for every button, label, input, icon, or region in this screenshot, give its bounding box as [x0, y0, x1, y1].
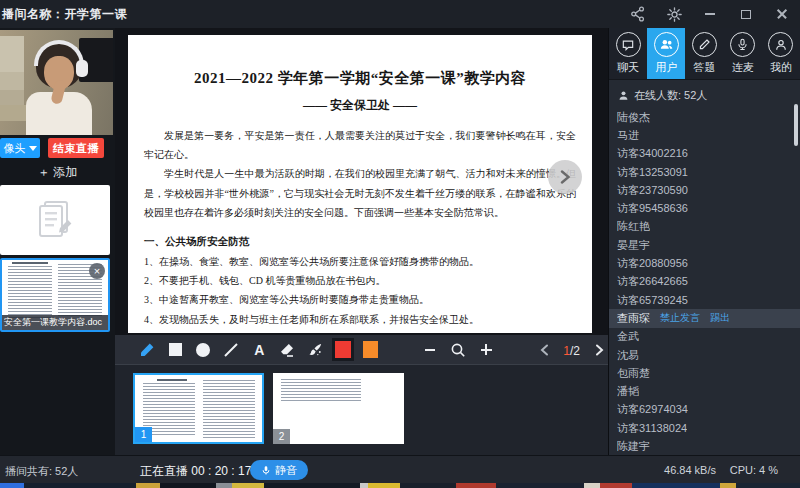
- page-thumbnails-strip: 1 2: [115, 364, 608, 455]
- tab-label: 聊天: [617, 60, 639, 75]
- next-page-arrow-button[interactable]: [548, 160, 582, 194]
- close-button[interactable]: [774, 6, 790, 22]
- tab-mine[interactable]: 我的: [762, 28, 800, 79]
- user-name: 访客26642665: [617, 274, 688, 289]
- user-name: 访客62974034: [617, 402, 688, 417]
- webcam-video: [0, 30, 113, 135]
- tab-label: 答题: [694, 60, 716, 75]
- pen-tool-button[interactable]: [139, 341, 155, 359]
- user-list-item[interactable]: 访客23730590: [609, 181, 800, 199]
- user-list-item[interactable]: 金武: [609, 328, 800, 346]
- user-list-item[interactable]: 陈建宇: [609, 437, 800, 455]
- whiteboard-thumbnail[interactable]: [0, 185, 110, 255]
- line-tool-button[interactable]: [223, 341, 239, 359]
- document-page: 2021—2022 学年第一学期“安全第一课”教学内容 —— 安全保卫处 —— …: [128, 35, 592, 333]
- status-bar: 播间共有: 52人 正在直播 00 : 20 : 17 静音 46.84 kB/…: [0, 455, 800, 483]
- tab-quiz[interactable]: 答题: [685, 28, 723, 79]
- page-total: /2: [570, 344, 580, 358]
- document-section-heading: 一、公共场所安全防范: [144, 232, 576, 252]
- os-taskbar-sliver: [0, 483, 800, 488]
- text-tool-button[interactable]: A: [251, 341, 267, 359]
- user-name: 陈建宇: [617, 439, 650, 454]
- page-current: 1: [563, 344, 570, 358]
- user-name: 陆俊杰: [617, 110, 650, 125]
- mute-user-link[interactable]: 禁止发言: [660, 311, 700, 325]
- user-list-item[interactable]: 查雨琛禁止发言踢出: [609, 309, 800, 327]
- user-list-scrollbar[interactable]: [794, 104, 798, 146]
- live-stream-app-window: 播间名称：开学第一课: [0, 0, 800, 488]
- left-panel: 像头 结束直播 ＋ 添加 × 安全第一课教学内容.doc: [0, 28, 115, 455]
- document-thumbnail[interactable]: × 安全第一课教学内容.doc: [0, 258, 110, 332]
- document-subtitle: —— 安全保卫处 ——: [144, 97, 576, 114]
- kick-user-link[interactable]: 踢出: [710, 311, 730, 325]
- document-list-item: 4、发现物品丢失，及时与班主任老师和所在系部联系，并报告安全保卫处。: [144, 310, 576, 329]
- zoom-in-button[interactable]: [478, 341, 494, 359]
- user-list-item[interactable]: 访客26642665: [609, 273, 800, 291]
- online-count-row: 在线人数: 52人: [609, 82, 800, 108]
- close-document-icon[interactable]: ×: [89, 263, 105, 279]
- camera-button[interactable]: 像头: [0, 138, 40, 158]
- user-list-item[interactable]: 访客62974034: [609, 401, 800, 419]
- cpu-usage-label: CPU: 4 %: [730, 464, 778, 476]
- person-icon: [618, 90, 629, 101]
- user-list-item[interactable]: 访客31138024: [609, 419, 800, 437]
- user-list-item[interactable]: 访客34002216: [609, 145, 800, 163]
- end-live-button[interactable]: 结束直播: [48, 138, 104, 158]
- tab-label: 连麦: [732, 60, 754, 75]
- tab-users[interactable]: 用户: [647, 28, 685, 79]
- user-list-item[interactable]: 访客13253091: [609, 163, 800, 181]
- annotation-toolbar: A: [115, 335, 608, 364]
- thumbnail-text-lines: [203, 380, 255, 438]
- document-list-item: 3、中途暂离开教室、阅览室等公共场所时要随身带走贵重物品。: [144, 290, 576, 309]
- user-list-item[interactable]: 访客65739245: [609, 291, 800, 309]
- thumbnail-text-lines: [8, 266, 52, 320]
- users-icon: [654, 32, 679, 57]
- microphone-icon: [730, 32, 755, 57]
- thumbnail-text-lines: [12, 262, 48, 264]
- next-page-button[interactable]: [590, 341, 608, 359]
- user-name: 金武: [617, 329, 639, 344]
- page-thumbnail-2[interactable]: 2: [273, 373, 404, 444]
- live-timer-label: 正在直播 00 : 20 : 17: [140, 463, 251, 480]
- thumbnail-text-lines: [281, 379, 361, 401]
- user-name: 包雨楚: [617, 366, 650, 381]
- zoom-out-button[interactable]: [422, 341, 438, 359]
- mute-button[interactable]: 静音: [250, 460, 308, 480]
- tab-label: 用户: [655, 60, 677, 75]
- ellipse-tool-button[interactable]: [195, 341, 211, 359]
- color-swatch-orange[interactable]: [363, 341, 378, 358]
- add-source-button[interactable]: ＋ 添加: [0, 164, 115, 181]
- page-indicator: 1/2: [563, 341, 580, 359]
- user-list-item[interactable]: 晏星宇: [609, 236, 800, 254]
- user-name: 沈易: [617, 348, 639, 363]
- maximize-button[interactable]: [738, 6, 754, 22]
- tab-mic-connect[interactable]: 连麦: [724, 28, 762, 79]
- rectangle-tool-button[interactable]: [167, 341, 183, 359]
- previous-page-button[interactable]: [535, 341, 553, 359]
- document-list-item: 1、在操场、食堂、教室、阅览室等公共场所要注意保管好随身携带的物品。: [144, 252, 576, 271]
- brush-tool-button[interactable]: [307, 341, 323, 359]
- page-thumbnail-1[interactable]: 1: [133, 373, 264, 444]
- right-sidebar: 聊天 用户 答题: [608, 28, 800, 455]
- user-list-item[interactable]: 访客20880956: [609, 254, 800, 272]
- document-paragraph: 学生时代是人一生中最为活跃的时期，在我们的校园里充满了朝气、活力和对未来的憧憬。…: [144, 164, 576, 222]
- user-list-item[interactable]: 陆俊杰: [609, 108, 800, 126]
- user-list-item[interactable]: 潘韬: [609, 382, 800, 400]
- user-name: 马进: [617, 128, 639, 143]
- presentation-area: 2021—2022 学年第一学期“安全第一课”教学内容 —— 安全保卫处 —— …: [115, 28, 608, 455]
- user-list-item[interactable]: 陈红艳: [609, 218, 800, 236]
- user-name: 潘韬: [617, 384, 639, 399]
- color-swatch-red[interactable]: [335, 341, 350, 358]
- user-list-item[interactable]: 马进: [609, 126, 800, 144]
- eraser-tool-button[interactable]: [279, 341, 295, 359]
- settings-gear-icon[interactable]: [666, 6, 682, 22]
- user-list-item[interactable]: 访客95458636: [609, 199, 800, 217]
- user-list-item[interactable]: 包雨楚: [609, 364, 800, 382]
- zoom-magnifier-icon[interactable]: [450, 341, 466, 359]
- user-list-item[interactable]: 沈易: [609, 346, 800, 364]
- minimize-button[interactable]: [702, 6, 718, 22]
- tab-chat[interactable]: 聊天: [609, 28, 647, 79]
- document-pencil-icon: [32, 198, 78, 242]
- document-thumbnail-name: 安全第一课教学内容.doc: [2, 315, 108, 330]
- share-icon[interactable]: [630, 6, 646, 22]
